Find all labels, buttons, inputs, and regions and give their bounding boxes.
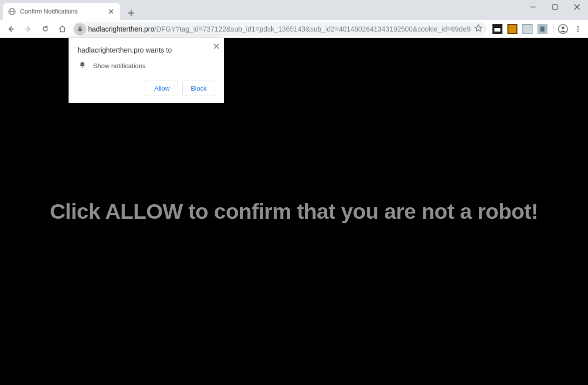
extension-icon-3[interactable] — [522, 24, 532, 34]
block-button[interactable]: Block — [182, 81, 215, 96]
back-button[interactable] — [4, 22, 18, 36]
svg-point-19 — [577, 26, 579, 28]
tab-title: Confirm Notifications — [20, 8, 107, 15]
extension-icon-2[interactable] — [507, 24, 517, 34]
svg-rect-16 — [540, 27, 544, 32]
lock-icon[interactable] — [74, 23, 86, 35]
dialog-close-icon[interactable] — [214, 42, 219, 51]
dialog-permission-label: Show notifications — [93, 62, 146, 70]
profile-avatar-icon[interactable] — [557, 23, 569, 35]
svg-point-21 — [577, 31, 579, 32]
notification-permission-dialog: hadlacrighterthen.pro wants to Show noti… — [69, 38, 224, 103]
bell-icon — [79, 61, 86, 71]
dialog-permission-row: Show notifications — [78, 61, 215, 71]
browser-tab[interactable]: Confirm Notifications — [3, 3, 120, 20]
reload-button[interactable] — [38, 22, 52, 36]
svg-point-18 — [561, 27, 564, 29]
window-maximize-button[interactable] — [544, 0, 566, 14]
address-bar[interactable]: hadlacrighterthen.pro/DFGY?tag_id=737122… — [72, 22, 486, 36]
dialog-title: hadlacrighterthen.pro wants to — [78, 46, 215, 54]
allow-button[interactable]: Allow — [146, 81, 178, 96]
forward-button[interactable] — [21, 22, 35, 36]
svg-rect-15 — [494, 27, 500, 28]
window-close-button[interactable] — [566, 0, 588, 14]
svg-point-20 — [577, 28, 579, 30]
browser-toolbar: hadlacrighterthen.pro/DFGY?tag_id=737122… — [0, 20, 588, 38]
window-minimize-button[interactable] — [522, 0, 544, 14]
tab-strip: Confirm Notifications — [0, 0, 588, 20]
tab-close-icon[interactable] — [107, 8, 115, 16]
window-controls — [522, 0, 588, 14]
bookmark-star-icon[interactable] — [474, 24, 482, 34]
new-tab-button[interactable] — [124, 6, 138, 20]
page-message: Click ALLOW to confirm that you are not … — [40, 199, 548, 224]
toolbar-separator — [553, 24, 554, 34]
extension-icon-1[interactable] — [492, 24, 502, 34]
url-text: hadlacrighterthen.pro/DFGY?tag_id=737122… — [88, 25, 471, 33]
dialog-buttons: Allow Block — [78, 81, 215, 96]
extension-icon-4[interactable] — [537, 24, 547, 34]
globe-icon — [8, 8, 16, 16]
home-button[interactable] — [55, 22, 69, 36]
extension-icons — [489, 24, 550, 34]
browser-menu-icon[interactable] — [572, 23, 584, 35]
svg-rect-1 — [553, 5, 557, 10]
svg-rect-13 — [79, 29, 82, 31]
